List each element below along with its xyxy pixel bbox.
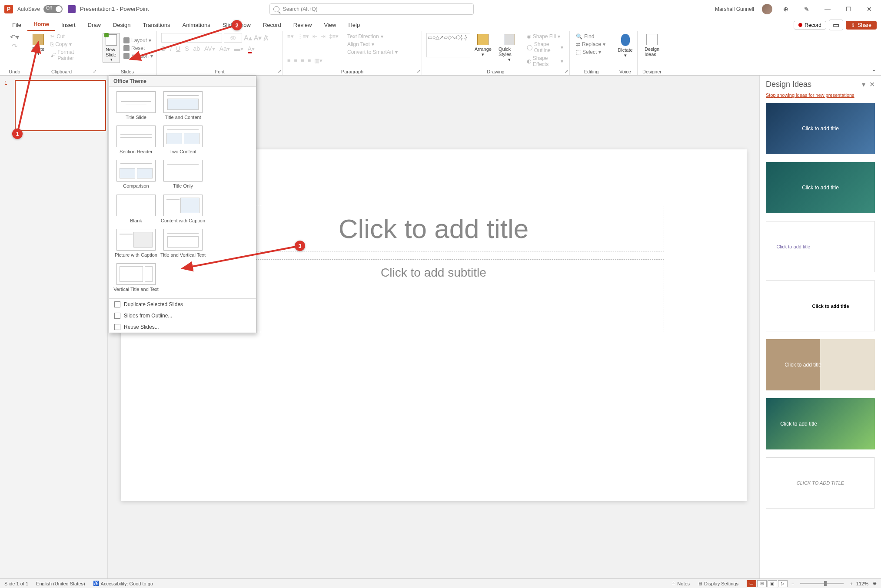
find-button[interactable]: 🔍Find xyxy=(574,33,596,40)
decrease-indent-button[interactable]: ⇤ xyxy=(313,33,317,56)
normal-view-button[interactable]: ▭ xyxy=(747,580,756,587)
outline-doc-icon xyxy=(114,313,120,319)
slide-thumbnail-pane: 1 xyxy=(0,76,108,578)
tab-view[interactable]: View xyxy=(318,19,342,31)
align-center-button[interactable]: ≡ xyxy=(294,57,298,64)
shapes-gallery[interactable]: ▭○△↗▱◇↘⬡{..} xyxy=(426,33,470,57)
shape-outline-button[interactable]: ◯Shape Outline▾ xyxy=(525,41,565,54)
record-button[interactable]: Record xyxy=(794,21,826,30)
sorter-view-button[interactable]: ⊞ xyxy=(757,580,767,587)
tab-record[interactable]: Record xyxy=(257,19,287,31)
display-settings-button[interactable]: 🖥Display Settings xyxy=(698,581,738,586)
search-placeholder: Search (Alt+Q) xyxy=(283,6,318,12)
accessibility-icon: ♿ xyxy=(93,581,99,586)
outline-icon: ◯ xyxy=(527,44,532,50)
fill-icon: ◉ xyxy=(527,33,531,40)
drawing-launcher[interactable]: ⤢ xyxy=(565,69,568,74)
notes-button[interactable]: ≐Notes xyxy=(672,581,690,586)
slide-number: 1 xyxy=(4,80,7,86)
zoom-level[interactable]: 112% xyxy=(856,581,868,586)
save-icon[interactable] xyxy=(68,5,76,13)
layout-title-only[interactable]: Title Only xyxy=(160,158,206,192)
svg-line-2 xyxy=(183,247,296,268)
voice-group-label: Voice xyxy=(618,68,633,74)
paragraph-launcher[interactable]: ⤢ xyxy=(417,69,420,74)
design-suggestion-7[interactable]: CLICK TO ADD TITLE xyxy=(766,457,875,509)
design-ideas-title: Design Ideas xyxy=(766,80,811,89)
search-icon xyxy=(273,6,279,12)
drawing-group-label: Drawing xyxy=(426,68,565,74)
font-launcher[interactable]: ⤢ xyxy=(278,69,281,74)
user-avatar[interactable] xyxy=(762,4,772,14)
autosave-toggle[interactable]: Off xyxy=(43,5,63,13)
text-direction-button[interactable]: Text Direction▾ xyxy=(346,33,385,40)
layout-comparison[interactable]: Comparison xyxy=(113,158,160,192)
design-ideas-icon xyxy=(646,34,658,45)
record-dot-icon xyxy=(798,23,802,27)
numbering-button[interactable]: ⋮≡▾ xyxy=(297,33,309,56)
language-status[interactable]: English (United States) xyxy=(36,581,85,586)
user-name[interactable]: Marshall Gunnell xyxy=(715,6,754,12)
bullets-button[interactable]: ≡▾ xyxy=(287,33,294,56)
columns-button[interactable]: ▥▾ xyxy=(314,57,322,64)
align-text-button[interactable]: Align Text▾ xyxy=(346,41,376,48)
decrease-font-icon[interactable]: A▾ xyxy=(254,34,262,42)
increase-indent-button[interactable]: ⇥ xyxy=(321,33,326,56)
annotation-arrow-3 xyxy=(139,226,313,278)
title-bar: P AutoSave Off Presentation1 - PowerPoin… xyxy=(0,0,881,18)
shape-fill-button[interactable]: ◉Shape Fill▾ xyxy=(525,33,562,40)
pen-icon[interactable]: ✎ xyxy=(799,4,814,14)
close-button[interactable]: ✕ xyxy=(862,4,877,14)
svg-line-1 xyxy=(130,26,233,59)
globe-icon[interactable]: ⊕ xyxy=(778,4,793,14)
accessibility-status[interactable]: ♿Accessibility: Good to go xyxy=(93,581,153,586)
stop-showing-link[interactable]: Stop showing ideas for new presentations xyxy=(766,92,875,98)
clear-format-icon[interactable]: A̷ xyxy=(263,34,268,42)
zoom-in-button[interactable]: + xyxy=(850,581,852,586)
annotation-callout-3: 3 xyxy=(295,241,305,251)
design-suggestion-2[interactable]: Click to add title xyxy=(766,162,875,213)
select-button[interactable]: ⬚Select▾ xyxy=(574,49,603,56)
slideshow-view-button[interactable]: ▷ xyxy=(778,580,788,587)
design-pane-options[interactable]: ▾ ✕ xyxy=(862,80,875,89)
reuse-slides-item[interactable]: Reuse Slides... xyxy=(109,321,256,333)
layout-blank[interactable]: Blank xyxy=(113,193,160,227)
ribbon-collapse-button[interactable]: ⌄ xyxy=(871,66,877,73)
align-left-button[interactable]: ≡ xyxy=(287,57,291,64)
annotation-callout-2: 2 xyxy=(232,20,242,30)
justify-button[interactable]: ≡ xyxy=(308,57,311,64)
fit-to-window-button[interactable]: ⊕ xyxy=(873,581,877,586)
design-suggestion-3[interactable]: Click to add title xyxy=(766,221,875,272)
annotation-arrow-1to2 xyxy=(9,17,252,148)
zoom-slider[interactable] xyxy=(800,583,844,584)
design-suggestion-5[interactable]: Click to add title xyxy=(766,339,875,390)
design-suggestion-6[interactable]: Click to add title xyxy=(766,398,875,449)
designer-group-label: Designer xyxy=(642,68,662,74)
tab-help[interactable]: Help xyxy=(342,19,366,31)
shape-effects-button[interactable]: ◐Shape Effects▾ xyxy=(525,55,565,68)
design-suggestion-4[interactable]: Click to add title xyxy=(766,280,875,331)
app-icon: P xyxy=(4,5,13,13)
search-box[interactable]: Search (Alt+Q) xyxy=(269,3,474,15)
convert-smartart-button[interactable]: Convert to SmartArt▾ xyxy=(346,49,399,56)
slide-count[interactable]: Slide 1 of 1 xyxy=(4,581,28,586)
dictate-button[interactable]: Dictate▾ xyxy=(618,33,633,59)
maximize-button[interactable]: ☐ xyxy=(841,4,856,14)
slides-from-outline-item[interactable]: Slides from Outline... xyxy=(109,310,256,321)
line-spacing-button[interactable]: ‡≡▾ xyxy=(329,33,339,56)
zoom-out-button[interactable]: − xyxy=(791,581,794,586)
layout-content-caption[interactable]: Content with Caption xyxy=(160,193,206,227)
replace-button[interactable]: ⇄Replace▾ xyxy=(574,41,607,48)
minimize-button[interactable]: — xyxy=(820,4,835,14)
duplicate-slides-item[interactable]: Duplicate Selected Slides xyxy=(109,299,256,310)
design-ideas-button[interactable]: Design Ideas xyxy=(642,33,662,58)
effects-icon: ◐ xyxy=(527,58,531,64)
design-suggestion-1[interactable]: Click to add title xyxy=(766,103,875,154)
arrange-button[interactable]: Arrange▾ xyxy=(472,33,494,68)
share-button[interactable]: ⇪Share xyxy=(846,21,877,30)
reading-view-button[interactable]: ▣ xyxy=(768,580,777,587)
align-right-button[interactable]: ≡ xyxy=(301,57,304,64)
quick-styles-button[interactable]: Quick Styles▾ xyxy=(496,33,523,68)
tab-review[interactable]: Review xyxy=(287,19,318,31)
present-mode-button[interactable]: ▭ xyxy=(829,20,843,30)
